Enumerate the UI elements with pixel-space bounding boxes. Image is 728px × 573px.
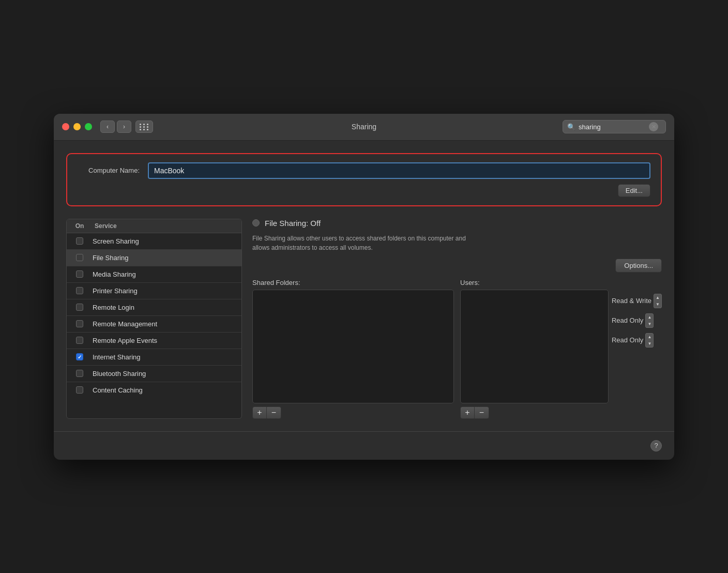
grid-view-button[interactable] xyxy=(135,120,153,133)
users-listbox[interactable] xyxy=(460,290,609,403)
file-sharing-label: File Sharing xyxy=(93,254,241,262)
search-bar: 🔍 ✕ xyxy=(563,120,666,133)
status-indicator xyxy=(252,219,260,227)
screen-sharing-label: Screen Sharing xyxy=(93,237,241,245)
stepper-down[interactable]: ▼ xyxy=(646,321,653,327)
printer-sharing-label: Printer Sharing xyxy=(93,287,241,295)
permission-label-read-write: Read & Write xyxy=(612,297,651,305)
remote-apple-events-checkbox[interactable] xyxy=(76,337,83,344)
window-title: Sharing xyxy=(352,123,376,131)
checkmark-icon: ✓ xyxy=(78,354,82,360)
service-item-remote-login[interactable]: Remote Login xyxy=(67,299,241,316)
users-remove-button[interactable]: − xyxy=(475,406,489,419)
service-list: On Service Screen Sharing File Sharing xyxy=(66,219,242,419)
grid-icon xyxy=(140,124,149,130)
clear-icon: ✕ xyxy=(651,124,656,130)
search-clear-button[interactable]: ✕ xyxy=(649,122,658,131)
internet-sharing-label: Internet Sharing xyxy=(93,353,241,361)
search-input[interactable] xyxy=(579,123,646,131)
screen-sharing-checkbox[interactable] xyxy=(76,237,83,245)
read-only-2-stepper[interactable]: ▲ ▼ xyxy=(645,333,654,348)
service-item-file-sharing[interactable]: File Sharing xyxy=(67,250,241,266)
content-caching-checkbox[interactable] xyxy=(76,386,83,394)
permission-label-read-only-2: Read Only xyxy=(612,336,643,344)
media-sharing-checkbox[interactable] xyxy=(76,270,83,278)
shared-folders-listbox[interactable] xyxy=(252,290,454,403)
bluetooth-sharing-checkbox[interactable] xyxy=(76,370,83,377)
content-area: Computer Name: Edit... On Service xyxy=(54,141,674,431)
checkbox-cell xyxy=(67,386,93,394)
computer-name-row: Computer Name: xyxy=(78,162,650,179)
read-write-stepper[interactable]: ▲ ▼ xyxy=(654,294,662,308)
folders-add-button[interactable]: + xyxy=(252,406,267,419)
checkbox-cell xyxy=(67,304,93,311)
service-item-media-sharing[interactable]: Media Sharing xyxy=(67,266,241,283)
permission-label-read-only-1: Read Only xyxy=(612,316,643,324)
traffic-lights xyxy=(62,123,92,130)
shared-folders-label: Shared Folders: xyxy=(252,279,454,286)
sharing-window: ‹ › Sharing 🔍 ✕ Computer Name xyxy=(54,114,674,460)
options-btn-row: Options... xyxy=(252,259,662,273)
bluetooth-sharing-label: Bluetooth Sharing xyxy=(93,370,241,378)
computer-name-label: Computer Name: xyxy=(78,167,140,174)
internet-sharing-checkbox[interactable]: ✓ xyxy=(76,353,83,360)
checkbox-cell xyxy=(67,320,93,327)
read-only-1-stepper[interactable]: ▲ ▼ xyxy=(645,313,654,328)
titlebar: ‹ › Sharing 🔍 ✕ xyxy=(54,114,674,141)
service-status-row: File Sharing: Off xyxy=(252,219,662,228)
forward-button[interactable]: › xyxy=(117,120,131,133)
service-item-bluetooth-sharing[interactable]: Bluetooth Sharing xyxy=(67,366,241,382)
service-item-printer-sharing[interactable]: Printer Sharing xyxy=(67,283,241,299)
help-button[interactable]: ? xyxy=(650,440,662,451)
close-button[interactable] xyxy=(62,123,69,130)
back-icon: ‹ xyxy=(107,123,109,130)
folders-users-section: Shared Folders: + − Users: xyxy=(252,279,662,419)
main-panel: On Service Screen Sharing File Sharing xyxy=(66,219,662,419)
remote-login-label: Remote Login xyxy=(93,304,241,311)
service-item-screen-sharing[interactable]: Screen Sharing xyxy=(67,233,241,250)
stepper-up[interactable]: ▲ xyxy=(646,334,653,340)
right-panel: File Sharing: Off File Sharing allows ot… xyxy=(252,219,662,419)
permission-item-read-write[interactable]: Read & Write ▲ ▼ xyxy=(612,292,662,310)
minimize-button[interactable] xyxy=(73,123,81,130)
stepper-up[interactable]: ▲ xyxy=(654,294,661,301)
stepper-up[interactable]: ▲ xyxy=(646,314,653,321)
service-status-title: File Sharing: Off xyxy=(265,219,321,228)
checkbox-cell xyxy=(67,254,93,261)
printer-sharing-checkbox[interactable] xyxy=(76,287,83,294)
remote-apple-events-label: Remote Apple Events xyxy=(93,337,241,344)
forward-icon: › xyxy=(123,123,125,130)
folders-column: Shared Folders: + − xyxy=(252,279,454,419)
stepper-down[interactable]: ▼ xyxy=(646,340,653,347)
permission-item-read-only-1[interactable]: Read Only ▲ ▼ xyxy=(612,311,662,330)
remote-login-checkbox[interactable] xyxy=(76,304,83,311)
remote-management-checkbox[interactable] xyxy=(76,320,83,327)
back-button[interactable]: ‹ xyxy=(100,120,115,133)
edit-btn-row: Edit... xyxy=(78,184,650,197)
service-item-content-caching[interactable]: Content Caching xyxy=(67,382,241,398)
folders-add-remove: + − xyxy=(252,406,454,419)
remote-management-label: Remote Management xyxy=(93,320,241,328)
bottom-bar: ? xyxy=(54,432,674,460)
options-button[interactable]: Options... xyxy=(615,259,662,273)
computer-name-input[interactable] xyxy=(148,162,650,179)
stepper-down[interactable]: ▼ xyxy=(654,301,661,308)
maximize-button[interactable] xyxy=(85,123,92,130)
folders-remove-button[interactable]: − xyxy=(267,406,281,419)
header-on: On xyxy=(67,222,93,230)
permissions-column: Read & Write ▲ ▼ Read Only xyxy=(612,290,662,403)
computer-name-section: Computer Name: Edit... xyxy=(66,153,662,206)
users-add-remove: + − xyxy=(460,406,662,419)
permission-item-read-only-2[interactable]: Read Only ▲ ▼ xyxy=(612,331,662,350)
service-item-remote-management[interactable]: Remote Management xyxy=(67,316,241,333)
checkbox-cell: ✓ xyxy=(67,353,93,360)
service-item-internet-sharing[interactable]: ✓ Internet Sharing xyxy=(67,349,241,366)
file-sharing-checkbox[interactable] xyxy=(76,254,83,261)
edit-button[interactable]: Edit... xyxy=(618,184,650,197)
service-item-remote-apple-events[interactable]: Remote Apple Events xyxy=(67,333,241,349)
users-add-button[interactable]: + xyxy=(460,406,475,419)
checkbox-cell xyxy=(67,287,93,294)
checkbox-cell xyxy=(67,270,93,278)
header-service: Service xyxy=(93,222,241,230)
search-icon: 🔍 xyxy=(567,123,575,131)
